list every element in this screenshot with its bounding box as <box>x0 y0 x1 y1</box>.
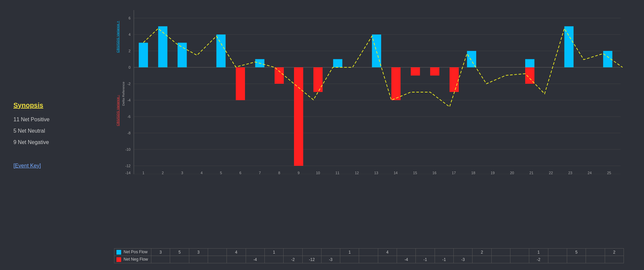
pos-val-20 <box>510 249 529 256</box>
neg-val-7 <box>264 256 283 263</box>
svg-text:9: 9 <box>298 171 300 174</box>
pos-flow-legend: Net Pos Flow <box>114 249 151 256</box>
svg-rect-29 <box>178 43 187 68</box>
svg-text:6: 6 <box>239 171 241 174</box>
svg-text:17: 17 <box>452 171 456 174</box>
pos-val-13: 4 <box>378 249 397 256</box>
pos-val-25: 2 <box>605 249 624 256</box>
svg-text:-12: -12 <box>125 164 131 168</box>
synopsis-title: Synopsis <box>13 102 87 109</box>
svg-text:CBS/GDS Variance +: CBS/GDS Variance + <box>116 21 119 53</box>
table-area: Net Pos Flow 3 5 3 4 1 1 <box>94 248 637 267</box>
pos-val-22 <box>548 249 567 256</box>
svg-rect-30 <box>216 35 226 67</box>
svg-text:Delta Reference: Delta Reference <box>121 81 125 106</box>
left-panel: Synopsis 11 Net Positive 5 Net Neutral 9… <box>7 95 94 176</box>
event-key[interactable]: [Event Key] <box>13 163 87 169</box>
svg-text:CBS/GDS Variance -: CBS/GDS Variance - <box>116 95 119 126</box>
svg-rect-42 <box>391 67 400 100</box>
neg-val-21: -2 <box>529 256 548 263</box>
pos-val-12 <box>359 249 378 256</box>
svg-text:-4: -4 <box>127 98 131 102</box>
neg-val-6: -4 <box>246 256 264 263</box>
svg-rect-34 <box>467 51 476 67</box>
neg-val-13 <box>378 256 397 263</box>
svg-text:19: 19 <box>491 171 495 174</box>
svg-text:10: 10 <box>316 171 320 174</box>
svg-text:0: 0 <box>129 65 131 69</box>
svg-rect-33 <box>372 35 381 67</box>
neg-val-11 <box>340 256 359 263</box>
svg-text:16: 16 <box>433 171 437 174</box>
svg-text:4: 4 <box>129 32 131 37</box>
pos-val-10 <box>321 249 340 256</box>
pos-val-19 <box>491 249 510 256</box>
neg-val-1 <box>151 256 170 263</box>
svg-text:-6: -6 <box>127 115 131 119</box>
pos-val-24 <box>586 249 605 256</box>
svg-rect-40 <box>294 67 303 166</box>
pos-val-6 <box>246 249 264 256</box>
pos-val-23: 5 <box>567 249 586 256</box>
svg-rect-43 <box>411 67 420 76</box>
pos-val-16 <box>435 249 453 256</box>
svg-rect-41 <box>313 67 323 92</box>
svg-text:1: 1 <box>142 171 144 174</box>
neg-val-15: -1 <box>416 256 435 263</box>
neg-swatch <box>116 257 121 262</box>
svg-text:6: 6 <box>129 16 131 20</box>
svg-text:5: 5 <box>220 171 222 174</box>
pos-swatch <box>116 250 121 255</box>
svg-rect-39 <box>275 67 284 84</box>
neg-val-24 <box>586 256 605 263</box>
neg-flow-row: Net Neg Flow -4 -2 -12 -3 <box>114 256 624 263</box>
neg-val-4 <box>208 256 227 263</box>
pos-val-4 <box>208 249 227 256</box>
synopsis-net-negative: 9 Net Negative <box>13 139 87 145</box>
pos-val-5: 4 <box>227 249 246 256</box>
pos-val-2: 5 <box>170 249 189 256</box>
neg-val-20 <box>510 256 529 263</box>
svg-text:8: 8 <box>278 171 280 174</box>
svg-rect-35 <box>525 59 534 68</box>
neg-val-10: -3 <box>321 256 340 263</box>
pos-flow-label: Net Pos Flow <box>123 250 147 254</box>
pos-val-8 <box>284 249 302 256</box>
synopsis-net-neutral: 5 Net Neutral <box>13 128 87 134</box>
chart-wrapper: 6 4 2 0 -2 -4 -6 -8 -10 -12 <box>94 3 637 248</box>
svg-text:21: 21 <box>530 171 534 174</box>
svg-rect-38 <box>236 67 245 100</box>
pos-val-14 <box>397 249 416 256</box>
neg-val-12 <box>359 256 378 263</box>
svg-rect-27 <box>139 43 148 68</box>
svg-text:3: 3 <box>181 171 183 174</box>
neg-val-3 <box>189 256 208 263</box>
svg-text:11: 11 <box>335 171 339 174</box>
svg-rect-45 <box>450 67 459 92</box>
pos-val-7: 1 <box>264 249 283 256</box>
synopsis-net-positive: 11 Net Positive <box>13 117 87 123</box>
svg-text:-8: -8 <box>127 131 131 135</box>
neg-val-25 <box>605 256 624 263</box>
neg-val-9: -12 <box>302 256 321 263</box>
svg-text:25: 25 <box>607 171 611 174</box>
svg-text:12: 12 <box>355 171 359 174</box>
neg-val-18 <box>473 256 491 263</box>
svg-text:-14: -14 <box>125 171 131 174</box>
svg-text:-2: -2 <box>127 82 131 86</box>
svg-text:22: 22 <box>549 171 553 174</box>
svg-rect-44 <box>430 67 439 76</box>
chart-svg: 6 4 2 0 -2 -4 -6 -8 -10 -12 <box>114 10 624 174</box>
neg-flow-legend: Net Neg Flow <box>114 256 151 263</box>
neg-val-2 <box>170 256 189 263</box>
neg-val-8: -2 <box>284 256 302 263</box>
pos-val-18: 2 <box>473 249 491 256</box>
pos-val-21: 1 <box>529 249 548 256</box>
pos-val-3: 3 <box>189 249 208 256</box>
neg-val-19 <box>491 256 510 263</box>
svg-rect-0 <box>114 10 624 174</box>
svg-text:7: 7 <box>259 171 261 174</box>
pos-val-15 <box>416 249 435 256</box>
svg-text:2: 2 <box>162 171 164 174</box>
neg-val-5 <box>227 256 246 263</box>
